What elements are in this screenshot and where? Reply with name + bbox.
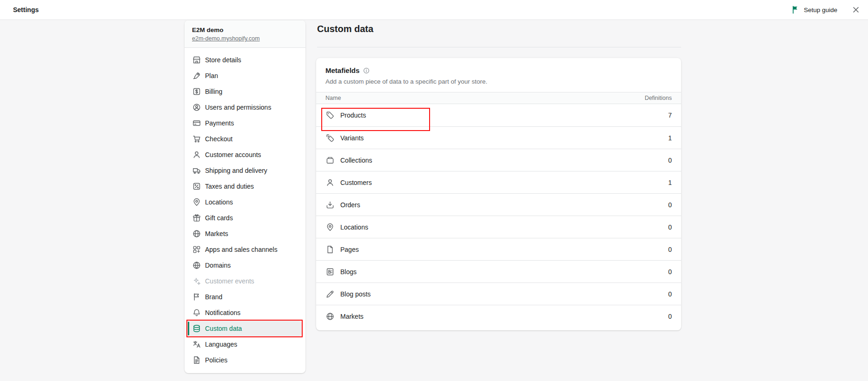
sidebar-item-apps-and-sales-channels[interactable]: Apps and sales channels <box>188 242 302 257</box>
plan-icon <box>192 71 201 80</box>
row-label: Pages <box>340 246 359 253</box>
sidebar-item-checkout[interactable]: Checkout <box>188 131 302 147</box>
row-count: 1 <box>668 179 672 186</box>
blogs-icon <box>325 267 335 276</box>
sidebar-item-label: Users and permissions <box>205 104 271 111</box>
top-bar: Settings Setup guide <box>0 0 868 20</box>
sidebar-item-label: Brand <box>205 293 222 301</box>
languages-icon <box>192 340 201 349</box>
row-label: Markets <box>340 313 364 320</box>
sidebar-item-plan[interactable]: Plan <box>188 68 302 84</box>
brand-icon <box>192 292 201 302</box>
flag-icon <box>791 5 800 14</box>
orders-icon <box>325 200 335 210</box>
metafields-row-collections[interactable]: Collections 0 <box>316 149 681 171</box>
row-count: 0 <box>668 223 672 231</box>
pages-icon <box>325 245 335 254</box>
row-count: 0 <box>668 268 672 276</box>
sidebar-item-custom-data[interactable]: Custom data <box>188 321 302 336</box>
sidebar-item-store-details[interactable]: Store details <box>188 52 302 68</box>
row-count: 0 <box>668 313 672 320</box>
gift-cards-icon <box>192 213 201 223</box>
page-title: Settings <box>13 6 39 13</box>
sidebar-item-users-and-permissions[interactable]: Users and permissions <box>188 99 302 115</box>
close-icon[interactable] <box>850 4 861 15</box>
sidebar-item-markets[interactable]: Markets <box>188 226 302 242</box>
sidebar-item-languages[interactable]: Languages <box>188 336 302 352</box>
row-label: Variants <box>340 134 364 142</box>
settings-sidebar: E2M demo e2m-demo.myshopify.com Store de… <box>185 20 305 373</box>
settings-nav: Store details Plan Billing Users and per… <box>185 48 305 373</box>
sidebar-item-label: Customer events <box>205 277 254 285</box>
row-count: 0 <box>668 290 672 298</box>
variants-icon <box>325 133 335 143</box>
sidebar-item-notifications[interactable]: Notifications <box>188 305 302 321</box>
metafields-row-pages[interactable]: Pages 0 <box>316 238 681 260</box>
sidebar-item-label: Custom data <box>205 325 242 332</box>
sidebar-item-locations[interactable]: Locations <box>188 194 302 210</box>
row-count: 1 <box>668 134 672 142</box>
sidebar-item-domains[interactable]: Domains <box>188 257 302 273</box>
sidebar-item-customer-events[interactable]: Customer events <box>188 273 302 289</box>
metafields-row-orders[interactable]: Orders 0 <box>316 193 681 216</box>
metafields-title: Metafields <box>325 66 359 75</box>
taxes-icon <box>192 182 201 191</box>
sidebar-item-policies[interactable]: Policies <box>188 352 302 368</box>
sidebar-item-label: Taxes and duties <box>205 183 254 190</box>
row-count: 0 <box>668 201 672 209</box>
row-label: Orders <box>340 201 360 209</box>
column-name: Name <box>325 95 341 101</box>
metafields-row-blog-posts[interactable]: Blog posts 0 <box>316 282 681 305</box>
info-icon[interactable] <box>363 67 370 74</box>
row-label: Blogs <box>340 268 357 276</box>
metafields-row-products[interactable]: Products 7 <box>316 104 681 126</box>
sidebar-item-label: Languages <box>205 341 237 348</box>
sidebar-item-taxes-and-duties[interactable]: Taxes and duties <box>188 178 302 194</box>
sidebar-item-label: Domains <box>205 262 231 269</box>
sidebar-item-label: Customer accounts <box>205 151 261 158</box>
setup-guide-button[interactable]: Setup guide <box>791 5 837 14</box>
metafields-row-blogs[interactable]: Blogs 0 <box>316 260 681 282</box>
payments-icon <box>192 118 201 128</box>
collections-icon <box>325 156 335 165</box>
apps-icon <box>192 245 201 254</box>
domains-icon <box>192 261 201 270</box>
metafields-row-variants[interactable]: Variants 1 <box>316 126 681 149</box>
row-count: 0 <box>668 246 672 253</box>
metafields-card: Metafields Add a custom piece of data to… <box>316 58 681 330</box>
sidebar-item-billing[interactable]: Billing <box>188 84 302 99</box>
sidebar-item-label: Markets <box>205 230 228 237</box>
sidebar-item-gift-cards[interactable]: Gift cards <box>188 210 302 226</box>
sidebar-item-label: Store details <box>205 56 241 64</box>
sidebar-item-label: Apps and sales channels <box>205 246 278 253</box>
blog-posts-icon <box>325 289 335 299</box>
customer-accounts-icon <box>192 150 201 159</box>
sidebar-item-label: Policies <box>205 356 227 364</box>
billing-icon <box>192 87 201 96</box>
markets-icon <box>325 312 335 321</box>
content-title: Custom data <box>317 24 373 34</box>
sidebar-item-brand[interactable]: Brand <box>188 289 302 305</box>
row-label: Products <box>340 112 366 119</box>
metafields-row-markets[interactable]: Markets 0 <box>316 305 681 327</box>
setup-guide-label: Setup guide <box>804 7 837 13</box>
metafields-row-customers[interactable]: Customers 1 <box>316 171 681 193</box>
sidebar-item-shipping-and-delivery[interactable]: Shipping and delivery <box>188 163 302 178</box>
sidebar-item-label: Plan <box>205 72 218 79</box>
customers-icon <box>325 178 335 187</box>
topbar-right: Setup guide <box>791 4 861 15</box>
sidebar-item-label: Shipping and delivery <box>205 167 267 174</box>
row-count: 7 <box>668 112 672 119</box>
notifications-icon <box>192 308 201 317</box>
sidebar-item-label: Locations <box>205 198 233 206</box>
metafields-row-locations[interactable]: Locations 0 <box>316 216 681 238</box>
checkout-icon <box>192 134 201 144</box>
store-domain-link[interactable]: e2m-demo.myshopify.com <box>192 35 260 42</box>
sidebar-item-label: Notifications <box>205 309 240 316</box>
custom-data-icon <box>192 324 201 333</box>
policies-icon <box>192 355 201 365</box>
users-icon <box>192 103 201 112</box>
sidebar-item-payments[interactable]: Payments <box>188 115 302 131</box>
locations-icon <box>325 223 335 232</box>
sidebar-item-customer-accounts[interactable]: Customer accounts <box>188 147 302 163</box>
